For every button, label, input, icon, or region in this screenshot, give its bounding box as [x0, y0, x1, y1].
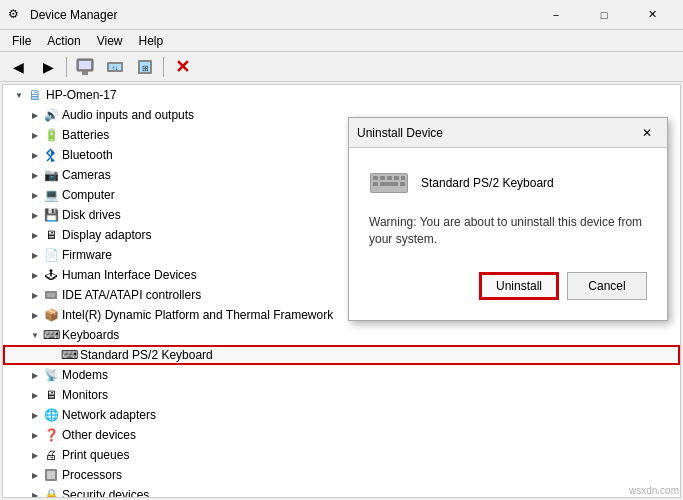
tree-ps2-keyboard[interactable]: ⌨ Standard PS/2 Keyboard	[3, 345, 680, 365]
minimize-button[interactable]: −	[533, 0, 579, 30]
toolbar-update[interactable]: ↑↓	[101, 55, 129, 79]
menu-action[interactable]: Action	[39, 32, 88, 50]
expand-network[interactable]: ▶	[27, 405, 43, 425]
firmware-icon: 📄	[43, 247, 59, 263]
tree-security[interactable]: ▶ 🔒 Security devices	[3, 485, 680, 498]
svg-rect-12	[47, 471, 55, 479]
expand-modems[interactable]: ▶	[27, 365, 43, 385]
maximize-button[interactable]: □	[581, 0, 627, 30]
processors-label: Processors	[62, 468, 122, 482]
network-label: Network adapters	[62, 408, 156, 422]
cameras-label: Cameras	[62, 168, 111, 182]
expand-cameras[interactable]: ▶	[27, 165, 43, 185]
main-area: ▼ 🖥 HP-Omen-17 ▶ 🔊 Audio inputs and outp…	[0, 82, 683, 500]
expand-bluetooth[interactable]: ▶	[27, 145, 43, 165]
tree-other[interactable]: ▶ ❓ Other devices	[3, 425, 680, 445]
svg-rect-21	[380, 182, 398, 186]
svg-rect-20	[373, 182, 378, 186]
title-bar: ⚙ Device Manager − □ ✕	[0, 0, 683, 30]
menu-view[interactable]: View	[89, 32, 131, 50]
keyboards-label: Keyboards	[62, 328, 119, 342]
tree-network[interactable]: ▶ 🌐 Network adapters	[3, 405, 680, 425]
svg-rect-16	[380, 176, 385, 180]
tree-modems[interactable]: ▶ 📡 Modems	[3, 365, 680, 385]
network-icon: 🌐	[43, 407, 59, 423]
disk-label: Disk drives	[62, 208, 121, 222]
menu-help[interactable]: Help	[131, 32, 172, 50]
batteries-icon: 🔋	[43, 127, 59, 143]
cameras-icon: 📷	[43, 167, 59, 183]
expand-ide[interactable]: ▶	[27, 285, 43, 305]
expand-print[interactable]: ▶	[27, 445, 43, 465]
close-button[interactable]: ✕	[629, 0, 675, 30]
toolbar-back[interactable]: ◀	[4, 55, 32, 79]
modems-label: Modems	[62, 368, 108, 382]
intel-label: Intel(R) Dynamic Platform and Thermal Fr…	[62, 308, 333, 322]
toolbar-delete[interactable]: ✕	[168, 55, 196, 79]
svg-rect-17	[387, 176, 392, 180]
svg-rect-10	[47, 293, 55, 297]
intel-icon: 📦	[43, 307, 59, 323]
tree-keyboards[interactable]: ▼ ⌨ Keyboards	[3, 325, 680, 345]
dialog-warning: Warning: You are about to uninstall this…	[369, 214, 647, 248]
tree-root[interactable]: ▼ 🖥 HP-Omen-17	[3, 85, 680, 105]
expand-display[interactable]: ▶	[27, 225, 43, 245]
toolbar-properties[interactable]	[71, 55, 99, 79]
expand-root[interactable]: ▼	[11, 85, 27, 105]
audio-icon: 🔊	[43, 107, 59, 123]
expand-firmware[interactable]: ▶	[27, 245, 43, 265]
dialog-title-bar: Uninstall Device ✕	[349, 118, 667, 148]
modems-icon: 📡	[43, 367, 59, 383]
disk-icon: 💾	[43, 207, 59, 223]
display-label: Display adaptors	[62, 228, 151, 242]
computer-icon: 🖥	[27, 87, 43, 103]
tree-monitors[interactable]: ▶ 🖥 Monitors	[3, 385, 680, 405]
cancel-button[interactable]: Cancel	[567, 272, 647, 300]
security-label: Security devices	[62, 488, 149, 498]
expand-processors[interactable]: ▶	[27, 465, 43, 485]
dialog-device-row: Standard PS/2 Keyboard	[369, 168, 647, 198]
keyboards-icon: ⌨	[43, 327, 59, 343]
tree-processors[interactable]: ▶ Processors	[3, 465, 680, 485]
dialog-buttons: Uninstall Cancel	[369, 272, 647, 300]
dialog-close-button[interactable]: ✕	[635, 121, 659, 145]
expand-keyboards[interactable]: ▼	[27, 325, 43, 345]
expand-batteries[interactable]: ▶	[27, 125, 43, 145]
print-icon: 🖨	[43, 447, 59, 463]
ps2-keyboard-icon: ⌨	[61, 347, 77, 363]
uninstall-button[interactable]: Uninstall	[479, 272, 559, 300]
ide-icon	[43, 287, 59, 303]
svg-text:⊞: ⊞	[142, 64, 149, 73]
dialog-title: Uninstall Device	[357, 126, 635, 140]
expand-disk[interactable]: ▶	[27, 205, 43, 225]
ps2-keyboard-label: Standard PS/2 Keyboard	[80, 348, 213, 362]
svg-rect-19	[401, 176, 405, 180]
hid-label: Human Interface Devices	[62, 268, 197, 282]
bluetooth-icon	[43, 147, 59, 163]
window-controls: − □ ✕	[533, 0, 675, 30]
toolbar: ◀ ▶ ↑↓ ⊞ ✕	[0, 52, 683, 82]
computer-label: Computer	[62, 188, 115, 202]
security-icon: 🔒	[43, 487, 59, 498]
svg-rect-15	[373, 176, 378, 180]
expand-monitors[interactable]: ▶	[27, 385, 43, 405]
expand-other[interactable]: ▶	[27, 425, 43, 445]
toolbar-scan[interactable]: ⊞	[131, 55, 159, 79]
expand-security[interactable]: ▶	[27, 485, 43, 498]
audio-label: Audio inputs and outputs	[62, 108, 194, 122]
svg-rect-18	[394, 176, 399, 180]
tree-print[interactable]: ▶ 🖨 Print queues	[3, 445, 680, 465]
batteries-label: Batteries	[62, 128, 109, 142]
expand-computer[interactable]: ▶	[27, 185, 43, 205]
expand-hid[interactable]: ▶	[27, 265, 43, 285]
app-icon: ⚙	[8, 7, 24, 23]
svg-rect-1	[79, 61, 91, 69]
toolbar-forward[interactable]: ▶	[34, 55, 62, 79]
menu-file[interactable]: File	[4, 32, 39, 50]
expand-audio[interactable]: ▶	[27, 105, 43, 125]
dialog-keyboard-icon	[369, 168, 409, 198]
processors-icon	[43, 467, 59, 483]
computer-node-icon: 💻	[43, 187, 59, 203]
svg-rect-22	[400, 182, 405, 186]
expand-intel[interactable]: ▶	[27, 305, 43, 325]
